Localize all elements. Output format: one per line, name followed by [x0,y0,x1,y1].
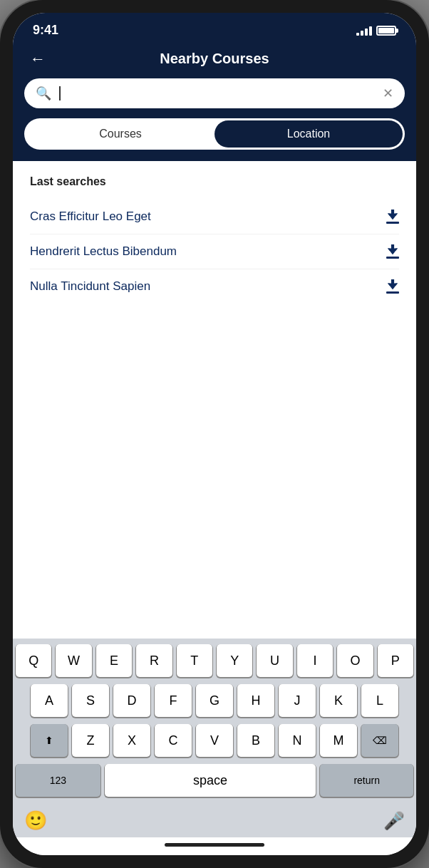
section-title: Last searches [30,175,399,188]
search-cursor [59,86,61,100]
key-o[interactable]: O [337,644,373,677]
signal-icon [356,26,372,36]
keyboard-row-2: A S D F G H J K L [16,684,413,717]
key-t[interactable]: T [177,644,212,677]
keyboard-row-4: 123 space return [16,764,413,797]
keyboard-row-1: Q W E R T Y U I O P [16,644,413,677]
battery-icon [376,26,396,36]
key-k[interactable]: K [320,684,357,717]
key-g[interactable]: G [196,684,233,717]
result-text: Hendrerit Lectus Bibendum [30,244,177,259]
tab-container: Courses Location [24,118,405,150]
search-container: 🔍 ✕ [13,78,416,118]
phone-screen: 9:41 ← Nearby Courses [13,13,416,855]
home-indicator [13,837,416,855]
list-item[interactable]: Nulla Tincidunt Sapien [30,269,399,304]
back-arrow-icon: ← [30,50,46,68]
download-icon[interactable] [386,210,399,224]
keyboard: Q W E R T Y U I O P A S D F G H J K [13,639,416,837]
phone-frame: 9:41 ← Nearby Courses [0,0,429,868]
header: ← Nearby Courses [13,43,416,78]
key-s[interactable]: S [72,684,109,717]
home-bar [165,843,264,847]
key-x[interactable]: X [113,724,150,757]
key-e[interactable]: E [96,644,132,677]
status-icons [356,26,396,36]
result-text: Cras Efficitur Leo Eget [30,210,151,224]
key-p[interactable]: P [378,644,413,677]
return-key[interactable]: return [320,764,413,797]
key-m[interactable]: M [320,724,357,757]
status-bar: 9:41 [13,13,416,43]
key-q[interactable]: Q [16,644,51,677]
space-key[interactable]: space [105,764,316,797]
key-w[interactable]: W [56,644,91,677]
tab-courses[interactable]: Courses [26,120,214,148]
key-u[interactable]: U [257,644,292,677]
key-r[interactable]: R [136,644,172,677]
key-b[interactable]: B [237,724,274,757]
keyboard-bottom-row: 🙂 🎤 [16,804,413,835]
search-icon: 🔍 [36,86,51,101]
keyboard-row-3: ⬆ Z X C V B N M ⌫ [16,724,413,757]
key-i[interactable]: I [297,644,333,677]
page-title: Nearby Courses [160,51,269,67]
search-bar[interactable]: 🔍 ✕ [24,78,405,108]
numbers-key[interactable]: 123 [16,764,100,797]
backspace-key[interactable]: ⌫ [361,724,398,757]
key-n[interactable]: N [279,724,316,757]
microphone-icon[interactable]: 🎤 [383,811,405,831]
key-y[interactable]: Y [217,644,252,677]
key-v[interactable]: V [196,724,233,757]
tab-switcher: Courses Location [13,118,416,161]
download-icon[interactable] [386,244,399,259]
clear-icon[interactable]: ✕ [383,86,393,101]
key-f[interactable]: F [155,684,192,717]
key-h[interactable]: H [237,684,274,717]
key-l[interactable]: L [361,684,398,717]
key-c[interactable]: C [155,724,192,757]
emoji-icon[interactable]: 🙂 [24,810,47,832]
key-d[interactable]: D [113,684,150,717]
list-item[interactable]: Hendrerit Lectus Bibendum [30,234,399,269]
key-z[interactable]: Z [72,724,109,757]
content-area: Last searches Cras Efficitur Leo Eget He… [13,161,416,639]
list-item[interactable]: Cras Efficitur Leo Eget [30,200,399,234]
back-button[interactable]: ← [30,50,46,68]
status-time: 9:41 [33,23,58,38]
shift-key[interactable]: ⬆ [31,724,68,757]
download-icon[interactable] [386,279,399,294]
key-a[interactable]: A [31,684,68,717]
result-text: Nulla Tincidunt Sapien [30,279,150,294]
key-j[interactable]: J [279,684,316,717]
tab-location[interactable]: Location [214,120,403,148]
